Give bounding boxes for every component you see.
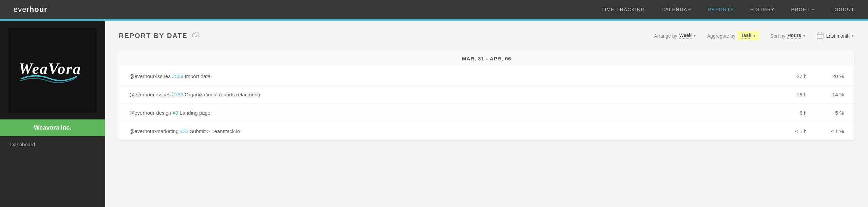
top-navigation: everhour TIME TRACKING CALENDAR REPORTS … (0, 0, 868, 19)
nav-item-profile[interactable]: PROFILE (791, 7, 815, 12)
sort-by-dropdown[interactable]: Hours ▼ (787, 33, 806, 39)
row-hours: 18 h (790, 92, 807, 97)
nav-item-reports[interactable]: REPORTS (707, 7, 734, 12)
row-left: @everhour-design #3 Landing page (129, 110, 210, 116)
row-percent: < 1 % (827, 128, 844, 134)
weavora-svg: WeaVora (15, 56, 90, 83)
sort-by-label: Sort by (770, 33, 785, 39)
row-task-name: Import data (185, 73, 210, 79)
row-task-link[interactable]: #33 (180, 128, 188, 134)
row-left: @everhour-marketing #33 Submit > Leansta… (129, 128, 240, 134)
date-range-value: Last month (826, 33, 850, 39)
sidebar-item-label: Dashboard (10, 142, 35, 147)
report-controls: Arrange by Week ▼ Aggregate by Task ▼ (654, 31, 854, 40)
row-project: @everhour-issues (129, 92, 171, 97)
row-right: 27 h 20 % (790, 73, 844, 79)
row-percent: 20 % (827, 73, 844, 79)
row-hours: < 1 h (790, 128, 807, 134)
sort-by-group: Sort by Hours ▼ (770, 33, 806, 39)
nav-item-time-tracking[interactable]: TIME TRACKING (601, 7, 645, 12)
main-layout: WeaVora Weavora Inc. Dashboard REPORT BY… (0, 21, 868, 207)
aggregate-by-value: Task (741, 33, 751, 39)
table-row: @everhour-marketing #33 Submit > Leansta… (119, 122, 854, 140)
logo-text-light: ever (14, 5, 30, 14)
calendar-icon[interactable] (817, 32, 824, 40)
arrange-by-value: Week (679, 33, 692, 39)
row-percent: 14 % (827, 92, 844, 97)
sidebar: WeaVora Weavora Inc. Dashboard (0, 21, 105, 207)
aggregate-by-group: Aggregate by Task ▼ (707, 31, 759, 40)
row-right: 6 h 5 % (790, 110, 844, 116)
row-task-name: Submit > Leanstack.io (190, 128, 240, 134)
arrange-by-label: Arrange by (654, 33, 677, 39)
svg-text:WeaVora: WeaVora (19, 60, 81, 77)
report-header: REPORT BY DATE Arrange by Week ▼ (119, 31, 854, 40)
date-range-arrow-icon: ▼ (851, 34, 854, 38)
table-row: @everhour-issues #733 Organizational rep… (119, 86, 854, 104)
row-task-name: Organizational reports refactoring (185, 92, 260, 97)
row-task-link[interactable]: #559 (172, 73, 183, 79)
table-row: @everhour-design #3 Landing page 6 h 5 % (119, 104, 854, 122)
nav-item-logout[interactable]: LOGOUT (831, 7, 854, 12)
report-title-area: REPORT BY DATE (119, 32, 200, 40)
arrange-by-group: Arrange by Week ▼ (654, 33, 696, 39)
week-header: MAR, 31 - APR, 06 (119, 50, 854, 67)
row-left: @everhour-issues #559 Import data (129, 73, 210, 79)
svg-rect-2 (817, 33, 823, 38)
logo-text-bold: hour (30, 5, 48, 14)
sort-by-value: Hours (787, 33, 801, 39)
nav-links: TIME TRACKING CALENDAR REPORTS HISTORY P… (601, 7, 854, 12)
row-hours: 27 h (790, 73, 807, 79)
row-project: @everhour-design (129, 110, 171, 116)
arrange-by-dropdown[interactable]: Week ▼ (679, 33, 696, 39)
report-title: REPORT BY DATE (119, 32, 188, 40)
company-logo-box: WeaVora (8, 28, 97, 113)
table-row: @everhour-issues #559 Import data 27 h 2… (119, 67, 854, 86)
company-name: Weavora Inc. (34, 124, 72, 131)
date-range-dropdown[interactable]: Last month ▼ (826, 33, 854, 39)
sidebar-item-dashboard[interactable]: Dashboard (0, 136, 105, 153)
sidebar-logo-area: WeaVora (0, 21, 105, 119)
aggregate-by-dropdown[interactable]: Task ▼ (741, 33, 756, 39)
row-hours: 6 h (790, 110, 807, 116)
app-logo: everhour (14, 5, 48, 14)
weavora-logo: WeaVora (15, 56, 90, 84)
aggregate-by-highlight: Task ▼ (737, 31, 759, 40)
row-right: < 1 h < 1 % (790, 128, 844, 134)
company-name-bar: Weavora Inc. (0, 119, 105, 136)
row-task-link[interactable]: #3 (173, 110, 178, 116)
row-project: @everhour-issues (129, 73, 171, 79)
sort-by-arrow-icon: ▼ (803, 34, 806, 38)
nav-item-history[interactable]: HISTORY (750, 7, 775, 12)
cloud-save-icon[interactable] (192, 32, 200, 40)
nav-item-calendar[interactable]: CALENDAR (661, 7, 691, 12)
aggregate-by-label: Aggregate by (707, 33, 735, 39)
row-right: 18 h 14 % (790, 92, 844, 97)
row-project: @everhour-marketing (129, 128, 178, 134)
aggregate-by-arrow-icon: ▼ (753, 34, 756, 38)
date-range-control: Last month ▼ (817, 32, 854, 40)
row-task-link[interactable]: #733 (172, 92, 183, 97)
row-left: @everhour-issues #733 Organizational rep… (129, 92, 260, 97)
row-task-name: Landing page (180, 110, 210, 116)
report-table: MAR, 31 - APR, 06 @everhour-issues #559 … (119, 50, 854, 140)
content-area: REPORT BY DATE Arrange by Week ▼ (105, 21, 868, 207)
row-percent: 5 % (827, 110, 844, 116)
arrange-by-arrow-icon: ▼ (693, 34, 696, 38)
